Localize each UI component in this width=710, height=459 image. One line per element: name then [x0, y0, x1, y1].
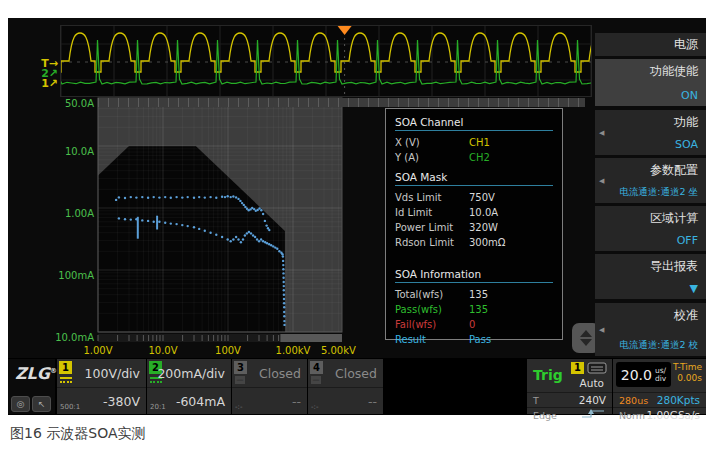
rdson-limit-row: Rdson Limit 300mΩ — [395, 235, 553, 250]
plot-top-ruler — [98, 98, 585, 107]
ch3-coupling-icon: — — [235, 376, 245, 384]
sidebar-item-function[interactable]: ◀ 功能 SOA — [595, 110, 706, 155]
ch4-badge: 4 — [310, 361, 323, 374]
sidebar-item-power[interactable]: 电源 — [595, 33, 706, 56]
trigger-level-row: T 240V — [527, 392, 612, 407]
trigger-position-marker — [338, 26, 352, 35]
channel4-status[interactable]: 4 — Closed -- -:- — [308, 359, 383, 414]
sidebar-item-function-enable[interactable]: 功能使能 ON — [595, 59, 706, 106]
total-wfs-row: Total(wfs) 135 — [395, 287, 553, 302]
soa-info-panel: SOA Channel X (V) CH1 Y (A) CH2 SOA Mask… — [385, 108, 563, 340]
soa-x-row: X (V) CH1 — [395, 135, 553, 150]
figure-caption: 图16 示波器SOA实测 — [10, 425, 146, 443]
fail-wfs-row: Fail(wfs) 0 — [395, 317, 553, 332]
pointer-icon[interactable]: ↖ — [32, 396, 51, 412]
ch1-scale: 100V/div — [85, 366, 140, 381]
svg-text:10.0V: 10.0V — [148, 345, 177, 356]
power-limit-row: Power Limit 320W — [395, 220, 553, 235]
ch3-probe-ratio: -:- — [235, 403, 242, 411]
scroll-up-icon[interactable] — [580, 330, 592, 337]
trigger-source-badge: 1 — [571, 362, 584, 374]
soa-y-row: Y (A) CH2 — [395, 150, 553, 165]
svg-text:1.00V: 1.00V — [83, 345, 112, 356]
timebase-scale: 20.0 us/div — [616, 362, 671, 387]
trigger-status[interactable]: Trig 1 Auto T 240V Edge — [527, 359, 612, 414]
waveform-overview-panel[interactable] — [60, 25, 592, 97]
trigger-type-row: Edge — [527, 407, 612, 417]
ch2-probe-ratio: 20:1 — [150, 403, 166, 411]
timebase-unit: us/div — [655, 367, 666, 382]
trigger-level-value: 240V — [579, 394, 606, 406]
ch1-badge: 1 — [59, 361, 72, 374]
timebase-status[interactable]: 20.0 us/div T-Time0.00s 280us 280Kpts No… — [613, 359, 706, 414]
svg-text:100V: 100V — [215, 345, 241, 356]
sidebar-item-param-config[interactable]: ◀ 参数配置 电流通道:通道2 坐 — [595, 158, 706, 203]
screenshot-page: T→ 2↗ 1↗ 50.0A10.0A1.00A100mA10.0mA1.00V… — [0, 0, 710, 459]
soa-information-title: SOA Information — [395, 268, 553, 283]
touch-icon[interactable]: ◎ — [11, 396, 30, 412]
svg-text:100mA: 100mA — [58, 270, 94, 281]
trigger-time: T-Time0.00s — [673, 362, 702, 384]
overview-waveform — [61, 26, 591, 96]
memory-depth: 280Kpts — [657, 394, 700, 406]
soa-channel-title: SOA Channel — [395, 116, 553, 131]
channel2-status[interactable]: 2 200mA/div -604mA 20:1 — [147, 359, 231, 414]
brand-logo: ZLG® ◎ ↖ — [8, 359, 55, 414]
ch1-probe-ratio: 500:1 — [60, 403, 80, 411]
timebase-acq-row: Norm 1.00GSa/s — [613, 407, 706, 417]
ch4-coupling-icon: — — [311, 376, 321, 384]
ch2-offset: -604mA — [176, 394, 225, 409]
sidebar-item-calibration[interactable]: ◀ 校准 电流通道:通道2 校 — [595, 303, 706, 356]
rising-edge-icon — [580, 408, 606, 419]
trigger-label: Trig — [533, 367, 563, 383]
soa-plot: 50.0A10.0A1.00A100mA10.0mA1.00V10.0V100V… — [18, 88, 368, 364]
acquisition-mode: Norm — [619, 410, 645, 421]
vds-limit-row: Vds Limit 750V — [395, 190, 553, 205]
ch4-probe-ratio: -:- — [311, 403, 318, 411]
svg-text:1.00A: 1.00A — [65, 208, 94, 219]
svg-text:10.0mA: 10.0mA — [55, 332, 94, 343]
ch1-offset: -380V — [103, 394, 140, 409]
id-limit-row: Id Limit 10.0A — [395, 205, 553, 220]
soa-mask-title: SOA Mask — [395, 171, 553, 186]
result-row: Result Pass — [395, 332, 553, 347]
sidebar-item-export-report[interactable]: 导出报表 ▼ — [595, 254, 706, 299]
channel-markers: T→ 2↗ 1↗ — [22, 59, 58, 89]
status-bar: ZLG® ◎ ↖ 1 100V/div -380V 500:1 2 200mA/… — [8, 358, 706, 415]
sidebar-item-area-calc[interactable]: 区域计算 OFF — [595, 206, 706, 251]
timebase-window-row: 280us 280Kpts — [613, 392, 706, 407]
scroll-down-icon[interactable] — [580, 339, 592, 346]
ch3-offset: -- — [292, 394, 301, 409]
svg-text:5.00kV: 5.00kV — [321, 345, 356, 356]
ch3-badge: 3 — [234, 361, 247, 374]
window-length: 280us — [619, 395, 648, 406]
ch1-coupling-icon — [60, 377, 72, 382]
channel1-status[interactable]: 1 100V/div -380V 500:1 — [57, 359, 146, 414]
ch4-scale: Closed — [335, 366, 377, 381]
sample-rate: 1.00GSa/s — [646, 409, 700, 421]
chevron-left-icon: ◀ — [599, 177, 604, 185]
svg-text:10.0A: 10.0A — [65, 146, 94, 157]
svg-text:1.00kV: 1.00kV — [276, 345, 311, 356]
ch3-scale: Closed — [259, 366, 301, 381]
ch2-scale: 200mA/div — [157, 366, 225, 381]
zlg-logo: ZLG® — [15, 364, 57, 383]
chevron-left-icon: ◀ — [599, 129, 604, 137]
oscilloscope-screen: T→ 2↗ 1↗ 50.0A10.0A1.00A100mA10.0mA1.00V… — [8, 18, 706, 415]
trigger-mode: Auto — [580, 377, 604, 389]
chevron-left-icon: ◀ — [599, 326, 604, 334]
svg-text:50.0A: 50.0A — [65, 98, 94, 109]
trigger-coupling-icon — [587, 362, 607, 374]
pass-wfs-row: Pass(wfs) 135 — [395, 302, 553, 317]
ch4-offset: -- — [368, 394, 377, 409]
chevron-down-icon: ▼ — [690, 282, 698, 295]
channel3-status[interactable]: 3 — Closed -- -:- — [232, 359, 307, 414]
menu-sidebar: 电源 功能使能 ON ◀ 功能 SOA ◀ 参数配置 电流通道:通道2 坐 区域… — [595, 18, 706, 358]
